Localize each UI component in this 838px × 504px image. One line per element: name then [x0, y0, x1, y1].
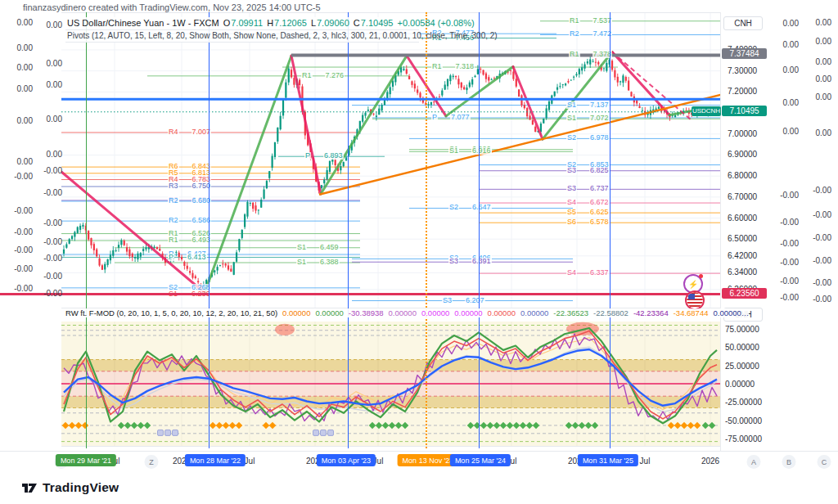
ohlc-high-value: 7.12065 — [274, 18, 307, 28]
signal-diamond — [269, 422, 276, 429]
signal-diamond — [592, 422, 598, 429]
us-event-icon[interactable] — [685, 290, 705, 310]
event-date-badge[interactable]: Mon 31 Mar '25 — [578, 454, 638, 466]
mini-scale-value: -0.00 — [813, 278, 831, 287]
signal-diamond — [579, 422, 585, 429]
signal-diamond — [572, 422, 579, 429]
signal-diamond — [75, 422, 82, 429]
symbol-legend[interactable]: US Dollar/Chinese Yuan - 1W - FXCM O7.09… — [65, 17, 419, 30]
nav-button-a[interactable]: A — [747, 455, 761, 469]
oscillator-values: 0.000000.00000-30.389380.000000.000000.0… — [282, 308, 749, 317]
currency-box-top[interactable]: CNH — [723, 16, 763, 30]
mini-scale-value: 0.00 — [17, 18, 33, 27]
low-price-line[interactable] — [0, 293, 720, 295]
signal-diamond — [124, 422, 131, 429]
mini-scale-value: 0.00 — [17, 63, 33, 72]
ohlc-high-label: H — [267, 18, 273, 28]
mini-scale-value: 0.00 — [783, 40, 799, 49]
time-label: 2026 — [701, 457, 719, 466]
oscillator-value: 0.00000 — [315, 308, 343, 317]
oscillator-title[interactable]: RW ft. F-MOD (0, 20, 10, 1, 5, 0, 20, 10… — [65, 308, 277, 317]
signal-diamond — [493, 422, 500, 429]
mini-scale-value: 0.00 — [17, 84, 33, 93]
signal-diamond — [513, 422, 520, 429]
event-vline[interactable] — [348, 12, 349, 448]
tradingview-logo[interactable]: TradingView — [21, 480, 119, 495]
price-chart-pane[interactable]: R47.007R66.843R56.813R46.783R36.750R36.6… — [61, 12, 720, 308]
event-date-badge[interactable]: Mon 03 Apr '23 — [317, 454, 376, 466]
mini-scale-value: -0.00 — [780, 258, 799, 267]
nav-button-c[interactable]: C — [818, 455, 831, 469]
event-vline[interactable] — [209, 12, 210, 448]
oscillator-tick: -50.00000 — [725, 416, 762, 425]
nav-button-b[interactable]: B — [782, 455, 796, 469]
mini-scale-value: -0.00 — [780, 277, 799, 286]
mini-scale-value: 0.00 — [816, 57, 831, 66]
signal-square — [158, 430, 164, 435]
ohlc-low-value: 7.09060 — [317, 18, 349, 28]
mini-scale-value: -0.00 — [14, 264, 33, 273]
signal-diamond — [487, 422, 493, 429]
mini-scale-value: -0.00 — [780, 218, 799, 227]
price-tick: 6.80000 — [728, 171, 757, 180]
price-axis-separator — [720, 12, 721, 451]
oscillator-legend[interactable]: RW ft. F-MOD (0, 20, 10, 1, 5, 0, 20, 10… — [65, 308, 749, 317]
signal-diamond — [565, 422, 572, 429]
ohlc-low-label: L — [311, 18, 316, 28]
price-tick: 6.70000 — [728, 192, 757, 201]
signal-diamond — [402, 422, 408, 429]
symbol-title[interactable]: US Dollar/Chinese Yuan - 1W - FXCM — [67, 18, 219, 28]
mini-scale-value: -0.00 — [43, 237, 62, 246]
signal-diamond — [585, 422, 592, 429]
oscillator-value: 0.00000… — [713, 308, 749, 317]
mini-scale-value: 0.00 — [17, 157, 33, 166]
price-high-badge: 7.37484 — [722, 48, 767, 59]
signal-diamond — [236, 422, 242, 429]
oscillator-value: 0.00000 — [454, 308, 482, 317]
oscillator-pane[interactable] — [61, 322, 720, 447]
mini-scale-value: 0.00 — [783, 19, 799, 28]
signal-diamond — [376, 422, 382, 429]
price-chart-canvas — [61, 13, 720, 308]
mini-scale-value: -0.00 — [780, 191, 799, 200]
mini-scale-value: -0.00 — [14, 206, 33, 215]
event-date-badge[interactable]: Mon 25 Mar '24 — [450, 454, 511, 466]
mini-scale-value: 0.00 — [47, 150, 62, 159]
symbol-price-chip: USDCNH — [692, 106, 721, 116]
oscillator-value: 0.00000 — [389, 308, 417, 317]
event-vline[interactable] — [86, 12, 87, 448]
mini-scale-value: -0.00 — [780, 239, 799, 248]
attribution-text: finanzasydinero created with TradingView… — [23, 2, 321, 12]
signal-diamond — [507, 422, 513, 429]
signal-diamond — [131, 422, 137, 429]
oscillator-canvas — [61, 322, 720, 446]
event-vline[interactable] — [479, 12, 480, 448]
pivots-settings[interactable]: Pivots (12, AUTO, 15, Left, 8, 20, Show … — [67, 31, 498, 40]
signal-diamond — [223, 422, 229, 429]
pivots-indicator-legend[interactable]: Pivots (12, AUTO, 15, Left, 8, 20, Show … — [65, 30, 419, 43]
price-tick: 6.90000 — [728, 150, 757, 159]
mini-scale-value: 0.00 — [816, 92, 831, 101]
flag-union — [688, 294, 695, 299]
mini-scale-value: 0.00 — [816, 37, 831, 46]
mini-scale-value: -0.00 — [813, 233, 831, 242]
signal-diamond — [533, 422, 539, 429]
oscillator-tick: -75.00000 — [725, 434, 762, 443]
signal-diamond — [702, 422, 709, 429]
signal-diamond — [210, 422, 216, 429]
signal-diamond — [62, 422, 69, 429]
event-vline[interactable] — [610, 12, 610, 448]
mini-scale-value: 0.00 — [47, 20, 62, 29]
signal-diamond — [687, 422, 694, 429]
event-date-badge[interactable]: Mon 28 Mar '22 — [185, 454, 246, 466]
event-vline[interactable] — [426, 12, 427, 448]
mini-scale-value: -0.00 — [43, 289, 62, 298]
signal-diamond — [681, 422, 687, 429]
nav-button-z[interactable]: Z — [145, 455, 159, 469]
event-date-badge[interactable]: Mon 29 Mar '21 — [56, 454, 116, 466]
mini-scale-value: -0.00 — [43, 272, 62, 281]
signal-diamond — [709, 422, 715, 429]
oscillator-value: 0.00000 — [421, 308, 449, 317]
price-tick: 6.34000 — [728, 268, 757, 277]
signal-diamond — [369, 422, 376, 429]
